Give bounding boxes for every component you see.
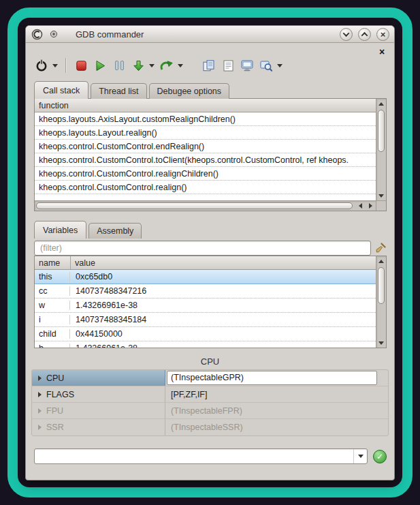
call-stack-panel: function kheops.layouts.AxisLayout.custo…	[34, 98, 387, 211]
scrollbar-thumb[interactable]	[378, 267, 385, 304]
clear-filter-button[interactable]	[374, 242, 387, 254]
power-dropdown-icon[interactable]	[52, 64, 58, 67]
variable-row[interactable]: b 1.43266961e-38	[35, 341, 376, 348]
close-icon: ×	[379, 47, 385, 57]
expander-icon[interactable]	[38, 408, 42, 414]
variable-value: 0xc65db0	[70, 272, 118, 281]
power-button[interactable]	[33, 56, 50, 75]
step-over-dropdown-icon[interactable]	[178, 64, 183, 67]
call-stack-row[interactable]: kheops.control.CustomControl.endRealign(…	[35, 140, 376, 153]
variable-row[interactable]: this 0xc65db0	[35, 270, 376, 284]
register-group-name: SSR	[46, 423, 64, 432]
tab-thread-list[interactable]: Thread list	[91, 83, 146, 99]
show-memory-button[interactable]	[238, 56, 256, 75]
variable-row[interactable]: w 1.43266961e-38	[35, 299, 376, 313]
expander-icon[interactable]	[38, 425, 42, 430]
arrow-down-icon	[133, 60, 144, 72]
call-stack-row[interactable]: kheops.control.CustomControl.realign()	[35, 181, 376, 194]
variables-header: name value	[35, 256, 376, 270]
send-command-button[interactable]: ✓	[373, 450, 387, 463]
triangle-right-icon	[369, 203, 372, 209]
tab-debugee-options[interactable]: Debugee options	[149, 83, 230, 99]
documents-icon	[203, 60, 215, 72]
tab-assembly[interactable]: Assembly	[88, 223, 142, 239]
inspect-magnifier-icon	[260, 60, 272, 72]
gdb-commander-window: GDB commander × ×	[25, 25, 395, 480]
scroll-up-button[interactable]	[376, 256, 386, 266]
variable-row[interactable]: child 0x44150000	[35, 327, 376, 341]
scroll-down-button[interactable]	[376, 338, 386, 348]
variable-value: 1.43266961e-38	[70, 343, 143, 348]
watch-dropdown-icon[interactable]	[277, 64, 282, 67]
variable-name: cc	[35, 286, 70, 296]
register-value: [PF,ZF,IF]	[165, 390, 207, 399]
call-stack-rows: kheops.layouts.AxisLayout.customRealignC…	[35, 112, 376, 200]
pause-button[interactable]	[110, 56, 128, 75]
variable-name: i	[35, 315, 70, 324]
minimize-button[interactable]	[340, 28, 353, 41]
cpu-row-value-cell: (TInspectableSSR)	[165, 419, 388, 435]
scroll-up-button[interactable]	[376, 99, 386, 108]
step-over-button[interactable]	[158, 56, 176, 75]
cpu-row[interactable]: FLAGS [PF,ZF,IF]	[32, 386, 388, 403]
triangle-up-icon	[378, 102, 384, 106]
call-stack-row[interactable]: kheops.control.CustomControl.realignChil…	[35, 167, 376, 181]
command-input[interactable]	[35, 452, 353, 461]
cpu-row-name-cell: FLAGS	[32, 386, 165, 402]
mid-tab-bar: Variables Assembly	[34, 221, 394, 239]
register-value-field[interactable]: (TInspectableGPR)	[167, 371, 377, 385]
window-menu-icon[interactable]	[48, 28, 60, 40]
maximize-button[interactable]	[358, 28, 371, 41]
scrollbar-thumb[interactable]	[36, 202, 353, 209]
show-watch-button[interactable]	[257, 56, 275, 75]
variable-row[interactable]: i 140737488345184	[35, 313, 376, 327]
combo-dropdown-button[interactable]	[353, 449, 367, 463]
curved-arrow-icon	[160, 60, 174, 72]
show-source-button[interactable]	[200, 56, 218, 75]
cpu-row-name-cell: SSR	[32, 419, 165, 435]
gdb-command-combobox[interactable]	[34, 448, 368, 464]
variables-panel: name value this 0xc65db0 cc 140737488347…	[34, 256, 387, 348]
triangle-left-icon	[359, 203, 362, 209]
titlebar[interactable]: GDB commander ×	[26, 26, 394, 43]
scroll-left-button[interactable]	[355, 201, 366, 211]
power-icon	[35, 59, 48, 72]
cpu-row[interactable]: SSR (TInspectableSSR)	[32, 419, 388, 435]
scrollbar-thumb[interactable]	[378, 110, 385, 152]
app-icon	[31, 28, 43, 40]
step-into-button[interactable]	[129, 56, 147, 75]
debug-toolbar	[33, 54, 387, 77]
scroll-right-button[interactable]	[366, 201, 376, 211]
close-button[interactable]: ×	[376, 28, 389, 41]
register-value: (TInspectableFPR)	[165, 406, 242, 416]
titlebar-buttons: ×	[340, 28, 389, 41]
cpu-row-value-cell: (TInspectableFPR)	[165, 403, 388, 418]
call-stack-row[interactable]: kheops.control.CustomControl.toClient(kh…	[35, 153, 376, 167]
call-stack-hscrollbar[interactable]	[35, 200, 376, 211]
column-name: name	[35, 258, 70, 268]
step-into-dropdown-icon[interactable]	[149, 64, 155, 67]
variable-name: this	[35, 272, 70, 281]
stop-button[interactable]	[72, 56, 90, 75]
variables-vscrollbar[interactable]	[376, 256, 386, 348]
panel-close-button[interactable]: ×	[377, 47, 387, 57]
expander-icon[interactable]	[38, 392, 42, 397]
cpu-groupbox: CPU (TInspectableGPR) FLAGS [PF,ZF,IF]	[31, 369, 389, 436]
variable-row[interactable]: cc 140737488347216	[35, 284, 376, 299]
tab-variables[interactable]: Variables	[34, 221, 86, 239]
cpu-row-name-cell: CPU	[32, 370, 165, 386]
call-stack-row[interactable]: kheops.layouts.Layout.realign()	[35, 126, 376, 140]
call-stack-row[interactable]: kheops.layouts.AxisLayout.customRealignC…	[35, 112, 376, 126]
show-log-button[interactable]	[219, 56, 237, 75]
scroll-down-button[interactable]	[376, 191, 386, 200]
column-function: function	[35, 101, 73, 110]
tab-call-stack[interactable]: Call stack	[34, 81, 88, 99]
cpu-row[interactable]: CPU (TInspectableGPR)	[32, 370, 388, 386]
call-stack-vscrollbar[interactable]	[376, 99, 386, 200]
filter-input[interactable]	[34, 241, 371, 256]
expander-icon[interactable]	[38, 376, 42, 381]
cpu-row[interactable]: FPU (TInspectableFPR)	[32, 403, 388, 419]
run-icon	[95, 60, 106, 72]
variable-value: 140737488347216	[70, 286, 152, 296]
run-button[interactable]	[91, 56, 109, 75]
